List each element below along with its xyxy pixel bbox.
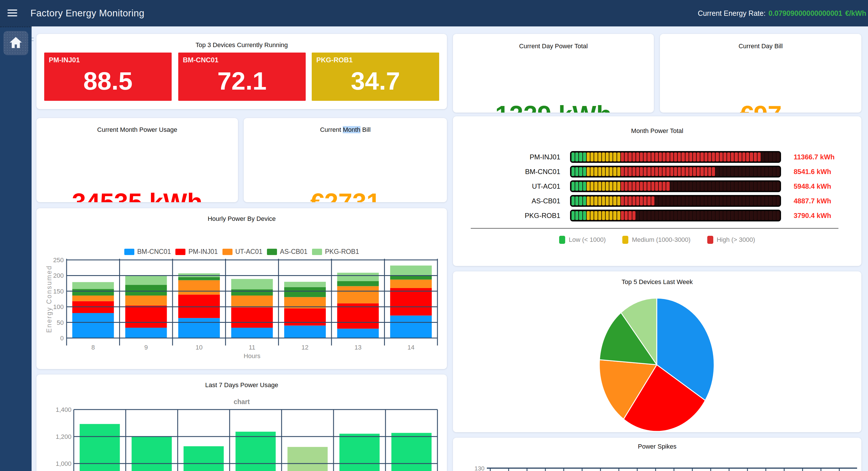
card-title: Current Day Power Total <box>453 42 654 50</box>
card-title: Top 3 Devices Currently Running <box>36 41 447 49</box>
gauge-label: BM-CNC01 <box>453 168 570 176</box>
device-value: 88.5 <box>44 66 172 96</box>
month-power-usage-value: 34535 kWh <box>36 187 238 202</box>
svg-text:Energy Consumed: Energy Consumed <box>45 265 53 333</box>
gauge-label: PM-INJ01 <box>453 153 570 161</box>
gauge-track <box>570 195 781 207</box>
day-power-total-value: 1229 kWh <box>453 100 654 113</box>
legend-item: Medium (1000-3000) <box>622 236 690 244</box>
app-title: Factory Energy Monitoring <box>30 0 144 26</box>
gauge-track <box>570 151 781 163</box>
month-bill-value: €2731 <box>244 187 447 202</box>
energy-rate-label: Current Energy Rate: <box>698 9 766 18</box>
device-name: PM-INJ01 <box>49 56 80 64</box>
hamburger-menu-icon[interactable] <box>7 8 17 18</box>
legend-item: Low (< 1000) <box>559 236 606 244</box>
svg-text:200: 200 <box>53 272 64 279</box>
svg-text:11: 11 <box>249 344 255 351</box>
card-title: Current Day Bill <box>660 42 861 50</box>
svg-text:1,200: 1,200 <box>56 433 71 440</box>
svg-text:Hours: Hours <box>244 352 260 359</box>
navbar: Factory Energy Monitoring Current Energy… <box>0 0 868 26</box>
device-box-PKG-ROB1: PKG-ROB134.7 <box>312 53 439 101</box>
svg-text:1,400: 1,400 <box>56 406 71 413</box>
day-bill-value: €97 <box>660 100 861 113</box>
svg-text:100: 100 <box>53 303 64 311</box>
card-day-power-total: Current Day Power Total 1229 kWh <box>453 34 654 113</box>
gauge-row-PM-INJ01: PM-INJ0111366.7 kWh <box>453 150 861 164</box>
card-title: Month Power Total <box>453 127 861 135</box>
device-name: BM-CNC01 <box>183 56 218 64</box>
legend-divider <box>471 228 838 229</box>
card-day-bill: Current Day Bill €97 <box>660 34 861 113</box>
svg-text:13: 13 <box>354 344 361 351</box>
gauge-row-UT-AC01: UT-AC015948.4 kWh <box>453 179 861 194</box>
title-text: Current <box>320 126 343 133</box>
gauge-value: 4887.7 kWh <box>781 197 831 205</box>
svg-text:14: 14 <box>407 344 414 351</box>
home-icon <box>9 36 22 50</box>
card-top5-pie: Top 5 Devices Last Week <box>453 271 861 432</box>
svg-text:150: 150 <box>53 288 64 295</box>
gauge-label: PKG-ROB1 <box>453 212 570 220</box>
title-text: Bill <box>361 126 371 133</box>
svg-text:9: 9 <box>144 344 148 351</box>
gauge-label: AS-CB01 <box>453 197 570 205</box>
legend-label: Low (< 1000) <box>569 236 606 243</box>
legend-label: High (> 3000) <box>717 236 755 243</box>
device-box-BM-CNC01: BM-CNC0172.1 <box>178 53 306 101</box>
card-last7-days: Last 7 Days Power Usage chart 1,4001,200… <box>36 375 447 471</box>
gauge-value: 3790.4 kWh <box>781 212 831 220</box>
month-total-rows: PM-INJ0111366.7 kWhBM-CNC018541.6 kWhUT-… <box>453 150 861 223</box>
sidebar <box>0 26 32 471</box>
sidebar-home-button[interactable] <box>3 31 28 55</box>
energy-rate: Current Energy Rate: 0.07909000000000001… <box>698 0 866 26</box>
svg-text:50: 50 <box>57 319 64 326</box>
gauge-value: 5948.4 kWh <box>781 182 831 190</box>
gauge-row-AS-CB01: AS-CB014887.7 kWh <box>453 194 861 208</box>
gauge-row-BM-CNC01: BM-CNC018541.6 kWh <box>453 164 861 179</box>
gauge-track <box>570 180 781 192</box>
svg-text:10: 10 <box>195 344 203 351</box>
device-value: 34.7 <box>312 66 439 96</box>
month-total-legend: Low (< 1000)Medium (1000-3000)High (> 30… <box>453 236 861 244</box>
card-title: Current Month Power Usage <box>36 126 238 134</box>
legend-label: Medium (1000-3000) <box>632 236 690 243</box>
card-top3-devices: Top 3 Devices Currently Running PM-INJ01… <box>36 34 447 109</box>
svg-text:12: 12 <box>301 344 308 351</box>
gauge-track <box>570 166 781 177</box>
svg-text:1,000: 1,000 <box>56 460 71 467</box>
device-box-PM-INJ01: PM-INJ0188.5 <box>44 53 172 101</box>
svg-text:8: 8 <box>91 344 95 351</box>
energy-rate-unit: €/kWh <box>845 9 866 18</box>
card-month-power-usage: Current Month Power Usage 34535 kWh <box>36 118 238 202</box>
card-power-spikes: Power Spikes 130 <box>453 438 861 471</box>
legend-item: High (> 3000) <box>707 236 755 244</box>
gauge-value: 11366.7 kWh <box>781 153 835 161</box>
legend-swatch <box>707 236 713 244</box>
device-value: 72.1 <box>178 66 306 96</box>
legend-swatch <box>559 236 565 244</box>
device-name: PKG-ROB1 <box>316 56 353 64</box>
svg-text:250: 250 <box>53 257 64 264</box>
energy-rate-value: 0.07909000000000001 <box>768 9 842 18</box>
card-title: Current Month Bill <box>244 126 447 134</box>
gauge-value: 8541.6 kWh <box>781 168 831 176</box>
gauge-track <box>570 210 781 222</box>
title-selected-text: Month <box>343 126 360 133</box>
card-hourly-power: Hourly Power By Device BM-CNC01PM-INJ01U… <box>36 208 447 369</box>
svg-text:0: 0 <box>60 334 64 342</box>
gauge-label: UT-AC01 <box>453 182 570 190</box>
card-month-bill: Current Month Bill €2731 <box>244 118 447 202</box>
svg-text:130: 130 <box>474 465 485 471</box>
legend-swatch <box>622 236 628 244</box>
card-month-power-total: Month Power Total PM-INJ0111366.7 kWhBM-… <box>453 116 861 266</box>
gauge-row-PKG-ROB1: PKG-ROB13790.4 kWh <box>453 208 861 223</box>
